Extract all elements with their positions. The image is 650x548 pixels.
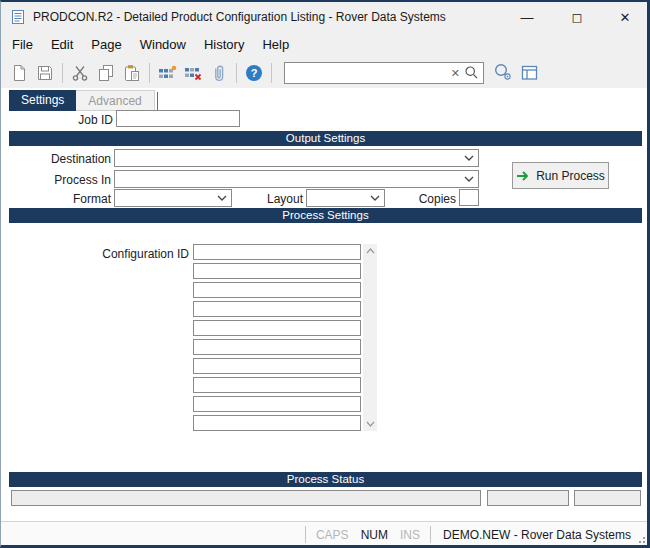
tab-strip: Settings Advanced: [9, 90, 158, 111]
paste-icon[interactable]: [119, 61, 145, 85]
save-icon[interactable]: [32, 61, 58, 85]
format-select[interactable]: [114, 189, 232, 207]
statusbar-divider: [305, 526, 306, 543]
job-id-input[interactable]: [116, 110, 240, 127]
chevron-down-icon: [370, 195, 380, 201]
statusbar-divider: [430, 526, 431, 543]
app-window: PRODCON.R2 - Detailed Product Configurat…: [0, 0, 650, 548]
menu-window[interactable]: Window: [131, 34, 195, 55]
num-lock-indicator: NUM: [355, 528, 394, 542]
destination-label: Destination: [1, 152, 111, 166]
menu-history[interactable]: History: [195, 34, 253, 55]
caps-lock-indicator: CAPS: [310, 528, 355, 542]
configuration-id-input[interactable]: [193, 358, 361, 374]
search-clear-icon[interactable]: ✕: [451, 66, 460, 80]
minimize-button[interactable]: —: [507, 2, 547, 32]
chevron-down-icon: [217, 195, 227, 201]
process-status-field: [574, 490, 641, 506]
process-in-label: Process In: [1, 173, 111, 187]
layout-label: Layout: [241, 192, 303, 206]
copies-input[interactable]: [459, 189, 479, 206]
configuration-id-input[interactable]: [193, 301, 361, 317]
scroll-up-icon[interactable]: [363, 244, 377, 258]
menu-edit[interactable]: Edit: [42, 34, 82, 55]
run-process-button[interactable]: Run Process: [512, 162, 609, 189]
process-in-select[interactable]: [114, 170, 479, 188]
app-document-icon: [10, 9, 26, 25]
close-button[interactable]: ✕: [605, 2, 645, 32]
search-magnifier-icon[interactable]: [464, 65, 479, 80]
configuration-id-input[interactable]: [193, 339, 361, 355]
window-title: PRODCON.R2 - Detailed Product Configurat…: [33, 10, 446, 24]
configuration-scrollbar[interactable]: [363, 244, 377, 431]
session-context-label: DEMO.NEW - Rover Data Systems: [435, 528, 631, 542]
process-settings-header: Process Settings: [9, 208, 642, 223]
chevron-down-icon: [464, 176, 474, 182]
configuration-id-input[interactable]: [193, 282, 361, 298]
process-status-header: Process Status: [9, 472, 642, 487]
maximize-button[interactable]: ◻: [557, 2, 597, 32]
format-label: Format: [1, 192, 111, 206]
process-status-message-field: [11, 490, 481, 506]
form-view-icon[interactable]: [516, 61, 542, 85]
menu-page[interactable]: Page: [82, 34, 130, 55]
toolbar-separator: [236, 63, 237, 83]
run-arrow-icon: [516, 170, 530, 182]
toolbar: ? ✕: [1, 57, 647, 88]
menu-bar: File Edit Page Window History Help: [1, 32, 647, 57]
insert-mode-indicator: INS: [394, 528, 426, 542]
help-icon[interactable]: ?: [241, 61, 267, 85]
chevron-down-icon: [464, 155, 474, 161]
configuration-id-input[interactable]: [193, 396, 361, 412]
tab-strip-edge: [157, 92, 158, 111]
svg-text:?: ?: [251, 67, 258, 79]
title-bar: PRODCON.R2 - Detailed Product Configurat…: [1, 2, 647, 32]
attachment-icon[interactable]: [206, 61, 232, 85]
process-status-field: [487, 490, 569, 506]
configuration-id-input[interactable]: [193, 320, 361, 336]
status-bar: CAPS NUM INS DEMO.NEW - Rover Data Syste…: [1, 521, 647, 547]
insert-rows-icon[interactable]: [154, 61, 180, 85]
configuration-id-input[interactable]: [193, 244, 361, 260]
toolbar-separator: [149, 63, 150, 83]
destination-select[interactable]: [114, 149, 479, 167]
copy-icon[interactable]: [93, 61, 119, 85]
tab-settings[interactable]: Settings: [9, 90, 76, 111]
menu-file[interactable]: File: [3, 34, 42, 55]
delete-rows-icon[interactable]: [180, 61, 206, 85]
toolbar-separator: [62, 63, 63, 83]
resize-grip[interactable]: [635, 533, 645, 543]
cut-icon[interactable]: [67, 61, 93, 85]
job-id-label: Job ID: [31, 113, 113, 127]
configuration-id-input[interactable]: [193, 415, 361, 431]
menu-help[interactable]: Help: [253, 34, 298, 55]
new-document-icon[interactable]: [6, 61, 32, 85]
toolbar-separator: [271, 63, 272, 83]
copies-label: Copies: [391, 192, 456, 206]
configuration-id-input[interactable]: [193, 377, 361, 393]
preview-search-icon[interactable]: [490, 61, 516, 85]
run-process-label: Run Process: [536, 169, 605, 183]
scroll-down-icon[interactable]: [363, 417, 377, 431]
tab-advanced[interactable]: Advanced: [76, 90, 154, 111]
layout-select[interactable]: [306, 189, 385, 207]
configuration-id-input[interactable]: [193, 263, 361, 279]
configuration-id-label: Configuration ID: [61, 247, 189, 261]
output-settings-header: Output Settings: [9, 131, 642, 146]
